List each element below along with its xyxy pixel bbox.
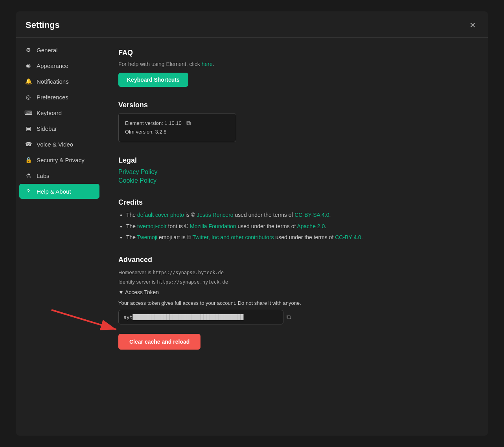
access-token-warning: Your access token gives full access to y… — [118, 300, 472, 306]
access-token-input[interactable] — [118, 310, 283, 324]
sidebar-item-voice-video[interactable]: ☎Voice & Video — [19, 137, 99, 152]
modal-header: Settings ✕ — [16, 11, 488, 38]
credits-item-1: The default cover photo is © Jesús Ronce… — [126, 211, 472, 219]
labs-icon: ⚗ — [25, 172, 32, 179]
sidebar-item-label: General — [37, 47, 57, 53]
voice-video-icon: ☎ — [25, 141, 32, 148]
security-privacy-icon: 🔒 — [25, 156, 32, 163]
credits-list: The default cover photo is © Jesús Ronce… — [118, 211, 472, 242]
appearance-icon: ◉ — [25, 62, 32, 69]
sidebar-item-general[interactable]: ⚙General — [19, 42, 99, 57]
versions-title: Versions — [118, 101, 472, 109]
advanced-meta: Homeserver is https://synapse.hyteck.de … — [118, 268, 472, 286]
sidebar-item-help-about[interactable]: ?Help & About — [19, 184, 99, 199]
sidebar-item-label: Notifications — [37, 78, 69, 85]
cc-by-40-link[interactable]: CC-BY 4.0 — [335, 234, 361, 240]
sidebar-item-sidebar[interactable]: ▣Sidebar — [19, 121, 99, 136]
sidebar-item-label: Help & About — [37, 188, 71, 195]
modal-title: Settings — [26, 20, 60, 30]
sidebar: ⚙General◉Appearance🔔Notifications◎Prefer… — [16, 38, 103, 436]
cc-by-sa-link[interactable]: CC-BY-SA 4.0 — [294, 212, 329, 218]
legal-links: Privacy Policy Cookie Policy — [118, 169, 472, 184]
token-input-row: ⧉ — [118, 310, 472, 324]
sidebar-item-labs[interactable]: ⚗Labs — [19, 168, 99, 183]
faq-section: FAQ For help with using Element, click h… — [118, 49, 472, 87]
sidebar-item-keyboard[interactable]: ⌨Keyboard — [19, 105, 99, 120]
settings-modal: Settings ✕ ⚙General◉Appearance🔔Notificat… — [16, 11, 488, 436]
default-cover-photo-link[interactable]: default cover photo — [137, 212, 184, 218]
faq-help-link[interactable]: here — [202, 61, 213, 67]
advanced-section: Advanced Homeserver is https://synapse.h… — [118, 256, 472, 349]
twemoji-link[interactable]: Twemoji — [137, 234, 157, 240]
help-about-icon: ? — [25, 188, 32, 195]
preferences-icon: ◎ — [25, 93, 32, 101]
credits-item-3: The Twemoji emoji art is © Twitter, Inc … — [126, 233, 472, 242]
apache-20-link[interactable]: Apache 2.0 — [297, 223, 325, 229]
credits-item-2: The twemoji-colr font is © Mozilla Found… — [126, 222, 472, 231]
faq-title: FAQ — [118, 49, 472, 57]
jesus-roncero-link[interactable]: Jesús Roncero — [197, 212, 233, 218]
cookie-policy-link[interactable]: Cookie Policy — [118, 177, 472, 184]
legal-section: Legal Privacy Policy Cookie Policy — [118, 156, 472, 184]
sidebar-item-preferences[interactable]: ◎Preferences — [19, 90, 99, 104]
main-content: FAQ For help with using Element, click h… — [103, 38, 488, 436]
copy-token-button[interactable]: ⧉ — [287, 313, 291, 321]
sidebar-item-notifications[interactable]: 🔔Notifications — [19, 74, 99, 89]
sidebar-item-label: Keyboard — [37, 110, 62, 116]
legal-title: Legal — [118, 156, 472, 165]
faq-description: For help with using Element, click here. — [118, 61, 472, 67]
advanced-title: Advanced — [118, 256, 472, 264]
sidebar-icon: ▣ — [25, 125, 32, 132]
access-token-toggle[interactable]: ▼ Access Token — [118, 289, 472, 295]
notifications-icon: 🔔 — [25, 78, 32, 85]
sidebar-item-label: Labs — [37, 172, 50, 179]
close-button[interactable]: ✕ — [467, 19, 478, 31]
versions-section: Versions Element version: 1.10.10 Olm ve… — [118, 101, 472, 142]
versions-text: Element version: 1.10.10 Olm version: 3.… — [125, 119, 182, 136]
sidebar-item-security-privacy[interactable]: 🔒Security & Privacy — [19, 152, 99, 167]
copy-versions-button[interactable]: ⧉ — [186, 120, 191, 127]
privacy-policy-link[interactable]: Privacy Policy — [118, 169, 472, 176]
twitter-contributors-link[interactable]: Twitter, Inc and other contributors — [193, 234, 274, 240]
clear-cache-button[interactable]: Clear cache and reload — [118, 334, 200, 350]
modal-body: ⚙General◉Appearance🔔Notifications◎Prefer… — [16, 38, 488, 436]
sidebar-item-label: Sidebar — [37, 125, 57, 132]
mozilla-foundation-link[interactable]: Mozilla Foundation — [190, 223, 236, 229]
sidebar-item-label: Security & Privacy — [37, 157, 85, 163]
credits-title: Credits — [118, 198, 472, 207]
sidebar-item-label: Appearance — [37, 62, 68, 69]
sidebar-item-label: Voice & Video — [37, 141, 73, 148]
keyboard-icon: ⌨ — [25, 109, 32, 116]
sidebar-item-appearance[interactable]: ◉Appearance — [19, 58, 99, 73]
sidebar-item-label: Preferences — [37, 94, 68, 101]
credits-section: Credits The default cover photo is © Jes… — [118, 198, 472, 242]
keyboard-shortcuts-button[interactable]: Keyboard Shortcuts — [118, 73, 188, 87]
versions-box: Element version: 1.10.10 Olm version: 3.… — [118, 113, 236, 142]
general-icon: ⚙ — [25, 46, 32, 53]
twemoji-colr-link[interactable]: twemoji-colr — [137, 223, 167, 229]
